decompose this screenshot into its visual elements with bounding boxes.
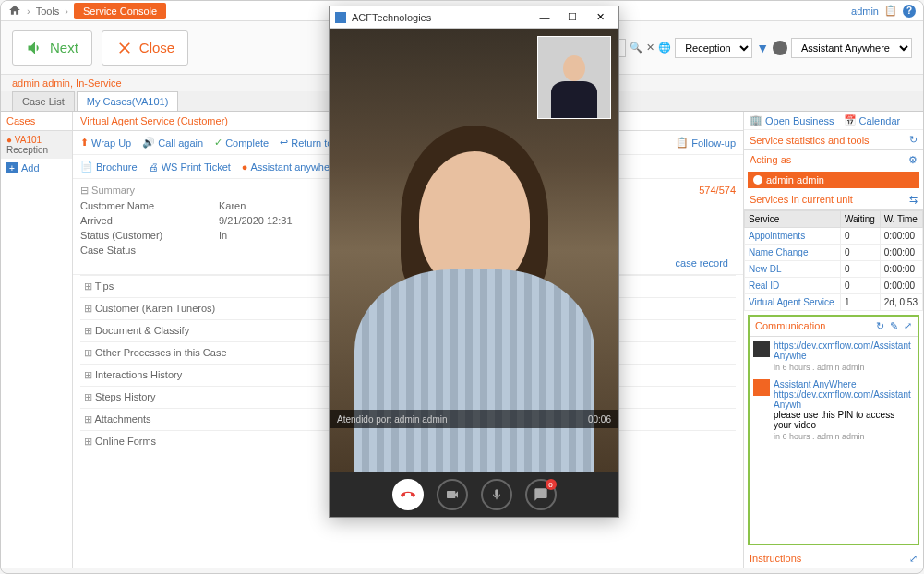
comm-body: https://dev.cxmflow.com/AssistantAnywhe …	[750, 337, 918, 544]
communication-panel: Communication ↻ ✎ ⤢ https://dev.cxmflow.…	[748, 315, 919, 545]
acting-user-badge[interactable]: admin admin	[748, 172, 919, 188]
table-row[interactable]: New DL00:00:00	[745, 261, 923, 278]
th-waiting: Waiting	[840, 211, 880, 228]
chevron-icon: ›	[65, 6, 68, 17]
arrived-label: Arrived	[80, 215, 219, 226]
attended-by-label: Atendido por: admin admin	[337, 414, 448, 425]
mail-icon	[753, 379, 770, 396]
services-header: Services in current unit ⇆	[744, 190, 923, 210]
location-select[interactable]: Reception	[675, 38, 752, 58]
crumb-tools[interactable]: Tools	[36, 6, 60, 17]
close-button[interactable]: Close	[102, 30, 188, 66]
wrap-up-link[interactable]: ⬆Wrap Up	[80, 137, 131, 149]
message-item[interactable]: https://dev.cxmflow.com/AssistantAnywhe …	[753, 341, 914, 372]
customer-name-label: Customer Name	[80, 200, 219, 211]
right-sidebar: 🏢 Open Business 📅 Calendar Service stati…	[743, 112, 923, 568]
th-wtime: W. Time	[880, 211, 922, 228]
expand-icon[interactable]: ⤢	[904, 320, 912, 332]
call-time: 00:06	[588, 414, 611, 425]
user-icon	[773, 41, 787, 55]
ws-print-link[interactable]: 🖨WS Print Ticket	[149, 161, 231, 173]
window-titlebar[interactable]: ACFTechnologies — ☐ ✕	[330, 6, 618, 29]
globe-icon: 🌐	[658, 42, 671, 54]
call-again-link[interactable]: 🔊Call again	[142, 137, 203, 149]
app-icon	[335, 12, 346, 23]
mic-button[interactable]	[481, 479, 512, 510]
expand-icon[interactable]: ⤢	[909, 553, 918, 565]
services-table: Service Waiting W. Time Appointments00:0…	[744, 210, 923, 311]
close-label: Close	[139, 40, 174, 55]
video-feed: Atendido por: admin admin 00:06	[330, 29, 618, 472]
window-title: ACFTechnologies	[352, 12, 526, 23]
search-icon[interactable]: 🔍	[630, 42, 642, 54]
msg-meta: in 6 hours . admin admin	[774, 363, 914, 372]
camera-button[interactable]	[437, 479, 468, 510]
close-window-button[interactable]: ✕	[587, 8, 613, 27]
refresh-icon[interactable]: ↻	[876, 320, 884, 332]
admin-label[interactable]: admin	[851, 6, 879, 17]
complete-link[interactable]: ✓Complete	[214, 137, 269, 149]
expand-icon[interactable]: ⇆	[909, 194, 918, 206]
status-label: Status (Customer)	[80, 230, 219, 241]
table-row[interactable]: Appointments00:00:00	[745, 228, 923, 245]
open-business-link[interactable]: 🏢 Open Business	[750, 114, 834, 126]
stats-header: Service statistics and tools ↻	[744, 130, 923, 150]
clear-icon[interactable]: ✕	[646, 42, 654, 54]
table-row[interactable]: Virtual Agent Service12d, 0:53	[745, 294, 923, 311]
minimize-button[interactable]: —	[532, 8, 558, 27]
assistant-anywhere-link[interactable]: ●Assistant anywhere	[242, 161, 339, 173]
table-row[interactable]: Name Change00:00:00	[745, 245, 923, 261]
left-sidebar: Cases ● VA101 Reception + Add	[1, 112, 73, 568]
tab-my-cases[interactable]: My Cases(VA101)	[77, 91, 178, 111]
msg-link[interactable]: https://dev.cxmflow.com/AssistantAnywh	[774, 389, 914, 410]
maximize-button[interactable]: ☐	[559, 8, 585, 27]
msg-title: Assistant AnyWhere	[774, 379, 914, 389]
th-service: Service	[745, 211, 841, 228]
follow-up-link[interactable]: 📋Follow-up	[676, 137, 736, 149]
table-row[interactable]: Real ID00:00:00	[745, 278, 923, 294]
refresh-icon[interactable]: ↻	[909, 134, 918, 146]
hangup-button[interactable]	[392, 479, 424, 510]
help-icon[interactable]: ?	[903, 5, 916, 18]
chevron-icon: ›	[27, 6, 30, 17]
msg-meta: in 6 hours . admin admin	[774, 432, 914, 441]
sms-icon	[753, 341, 770, 357]
plus-icon: +	[6, 162, 18, 173]
add-case-button[interactable]: + Add	[1, 159, 72, 177]
assistant-select[interactable]: Assistant Anywhere	[791, 38, 912, 58]
brochure-link[interactable]: 📄Brochure	[80, 161, 138, 173]
calendar-link[interactable]: 📅 Calendar	[844, 114, 901, 126]
chat-badge: 0	[546, 479, 557, 490]
case-id: ● VA101	[6, 135, 66, 145]
self-view[interactable]	[537, 36, 611, 119]
next-button[interactable]: Next	[12, 30, 92, 66]
cases-header: Cases	[1, 112, 72, 131]
notes-icon[interactable]: 📋	[884, 5, 897, 17]
user-dot-icon	[753, 175, 762, 185]
next-label: Next	[50, 40, 78, 55]
acting-as-label: Acting as	[750, 154, 791, 166]
gear-icon[interactable]: ⚙	[908, 154, 918, 166]
filter-icon[interactable]: ▼	[756, 41, 769, 55]
tab-case-list[interactable]: Case List	[12, 91, 75, 111]
add-label: Add	[21, 162, 40, 173]
instructions-header[interactable]: Instructions ⤢	[744, 549, 923, 568]
case-location: Reception	[6, 145, 66, 155]
msg-link[interactable]: https://dev.cxmflow.com/AssistantAnywhe	[774, 341, 914, 361]
case-item[interactable]: ● VA101 Reception	[1, 131, 72, 159]
crumb-service-console[interactable]: Service Console	[74, 3, 166, 19]
case-status-label: Case Status	[80, 245, 219, 256]
video-control-bar: 0	[330, 472, 618, 517]
msg-text: please use this PIN to access your video	[774, 410, 914, 430]
message-item[interactable]: Assistant AnyWhere https://dev.cxmflow.c…	[753, 379, 914, 441]
home-icon[interactable]	[8, 4, 21, 18]
sr-topbar: 🏢 Open Business 📅 Calendar	[744, 112, 923, 130]
edit-icon[interactable]: ✎	[890, 320, 898, 332]
summary-count: 574/574	[699, 185, 736, 197]
comm-header: Communication ↻ ✎ ⤢	[750, 317, 918, 337]
chat-button[interactable]: 0	[525, 479, 557, 510]
video-call-window[interactable]: ACFTechnologies — ☐ ✕ Atendido por: admi…	[329, 6, 619, 518]
video-footer: Atendido por: admin admin 00:06	[330, 410, 618, 428]
acting-as-section: Acting as ⚙ admin admin	[744, 150, 923, 190]
